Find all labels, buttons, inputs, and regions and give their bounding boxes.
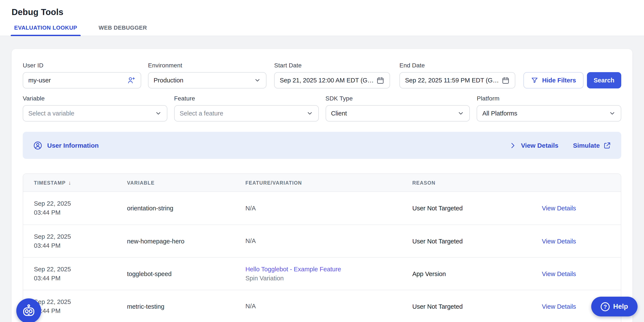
start-date-input[interactable]: Sep 21, 2025 12:00 AM EDT (GM...	[274, 72, 390, 88]
banner-left: User Information	[33, 141, 99, 150]
search-button[interactable]: Search	[587, 72, 621, 88]
table-row: Sep 22, 2025 03:44 PM metric-testing N/A…	[23, 290, 621, 322]
timestamp-time: 03:44 PM	[34, 306, 127, 315]
filter-funnel-icon	[530, 76, 538, 84]
banner-right: View Details Simulate	[509, 141, 611, 149]
sdk-type-value: Client	[331, 110, 458, 117]
tab-web-debugger[interactable]: WEB DEBUGGER	[95, 25, 150, 36]
start-date-field-group: Start Date Sep 21, 2025 12:00 AM EDT (GM…	[274, 62, 390, 88]
column-header-variable: VARIABLE	[127, 180, 246, 185]
chevron-down-icon	[609, 110, 616, 117]
timestamp-cell: Sep 22, 2025 03:44 PM	[34, 297, 127, 315]
feature-link[interactable]: Hello Togglebot - Example Feature	[246, 265, 412, 274]
user-plus-icon[interactable]	[127, 76, 136, 85]
timestamp-time: 03:44 PM	[34, 241, 127, 250]
filter-row-1: User ID Environment	[23, 62, 621, 88]
environment-field-group: Environment Production	[148, 62, 266, 88]
chevron-down-icon	[458, 110, 464, 117]
environment-value: Production	[154, 77, 254, 84]
tab-bar: EVALUATION LOOKUP WEB DEBUGGER	[11, 25, 165, 36]
table-row: Sep 22, 2025 03:44 PM orientation-string…	[23, 192, 621, 224]
sdk-type-label: SDK Type	[326, 95, 470, 102]
debug-tools-page: Debug Tools EVALUATION LOOKUP WEB DEBUGG…	[0, 0, 644, 322]
help-button[interactable]: ? Help	[591, 297, 638, 316]
variation-label: Spin Variation	[246, 274, 412, 283]
environment-label: Environment	[148, 62, 266, 69]
variable-cell: togglebot-speed	[127, 270, 246, 277]
timestamp-date: Sep 22, 2025	[34, 199, 127, 208]
chevron-down-icon	[155, 110, 162, 117]
reason-cell: User Not Targeted	[412, 205, 542, 212]
chevron-down-icon	[306, 110, 313, 117]
reason-cell: User Not Targeted	[412, 303, 542, 310]
question-circle-icon: ?	[601, 302, 610, 311]
togglebot-assistant-button[interactable]	[16, 298, 41, 322]
timestamp-cell: Sep 22, 2025 03:44 PM	[34, 265, 127, 283]
user-id-field-group: User ID	[23, 62, 141, 88]
start-date-label: Start Date	[274, 62, 390, 69]
platform-label: Platform	[477, 95, 622, 102]
reason-cell: User Not Targeted	[412, 238, 542, 244]
tab-evaluation-lookup[interactable]: EVALUATION LOOKUP	[11, 25, 81, 36]
user-id-label: User ID	[23, 62, 141, 69]
feature-cell: Hello Togglebot - Example Feature Spin V…	[246, 265, 412, 283]
variable-cell: metric-testing	[127, 303, 246, 310]
robot-icon	[21, 303, 36, 318]
sort-descending-icon: ↓	[68, 179, 72, 186]
timestamp-time: 03:44 PM	[34, 208, 127, 217]
end-date-field-group: End Date Sep 22, 2025 11:59 PM EDT (GM..…	[400, 62, 515, 88]
chevron-right-icon[interactable]	[509, 141, 516, 149]
feature-select[interactable]: Select a feature	[174, 105, 319, 122]
feature-cell: N/A	[246, 302, 412, 311]
column-header-feature-variation: FEATURE/VARIATION	[246, 180, 412, 185]
banner-view-details-link[interactable]: View Details	[521, 142, 558, 149]
table-row: Sep 22, 2025 03:44 PM togglebot-speed He…	[23, 257, 621, 290]
variable-select[interactable]: Select a variable	[23, 105, 167, 122]
feature-cell: N/A	[246, 237, 412, 246]
row-view-details-link[interactable]: View Details	[542, 270, 621, 277]
feature-placeholder: Select a feature	[180, 110, 306, 117]
column-header-reason: REASON	[412, 180, 542, 185]
external-link-icon	[603, 141, 611, 149]
timestamp-header-label: TIMESTAMP	[34, 180, 66, 185]
environment-select[interactable]: Production	[148, 72, 266, 88]
column-header-timestamp[interactable]: TIMESTAMP ↓	[34, 179, 127, 186]
hide-filters-button[interactable]: Hide Filters	[523, 72, 583, 88]
feature-cell: N/A	[246, 204, 412, 213]
timestamp-cell: Sep 22, 2025 03:44 PM	[34, 199, 127, 217]
page-header: Debug Tools EVALUATION LOOKUP WEB DEBUGG…	[0, 0, 644, 36]
user-circle-icon	[33, 141, 42, 150]
calendar-icon	[502, 76, 510, 84]
platform-value: All Platforms	[482, 110, 609, 117]
row-view-details-link[interactable]: View Details	[542, 238, 621, 244]
main-content: User ID Environment	[0, 36, 644, 322]
evaluation-lookup-card: User ID Environment	[12, 49, 632, 322]
reason-cell: App Version	[412, 270, 542, 277]
help-label: Help	[613, 303, 628, 310]
user-information-banner: User Information View Details Simulate	[23, 132, 621, 159]
timestamp-time: 03:44 PM	[34, 274, 127, 283]
calendar-icon	[376, 76, 384, 84]
timestamp-date: Sep 22, 2025	[34, 297, 127, 306]
timestamp-date: Sep 22, 2025	[34, 265, 127, 274]
variable-cell: new-homepage-hero	[127, 238, 246, 244]
evaluations-table: TIMESTAMP ↓ VARIABLE FEATURE/VARIATION R…	[23, 173, 621, 322]
user-id-input-wrap	[23, 72, 141, 88]
end-date-label: End Date	[400, 62, 515, 69]
timestamp-date: Sep 22, 2025	[34, 232, 127, 241]
feature-label: Feature	[174, 95, 319, 102]
table-row: Sep 22, 2025 03:44 PM new-homepage-hero …	[23, 224, 621, 257]
chevron-down-icon	[254, 77, 261, 84]
variable-label: Variable	[23, 95, 167, 102]
simulate-label: Simulate	[573, 142, 600, 149]
sdk-type-select[interactable]: Client	[326, 105, 470, 122]
variable-field-group: Variable Select a variable	[23, 95, 167, 122]
simulate-link[interactable]: Simulate	[573, 141, 611, 149]
variable-placeholder: Select a variable	[28, 110, 155, 117]
table-header-row: TIMESTAMP ↓ VARIABLE FEATURE/VARIATION R…	[23, 174, 621, 192]
row-view-details-link[interactable]: View Details	[542, 205, 621, 212]
banner-title: User Information	[47, 142, 99, 149]
user-id-input[interactable]	[28, 77, 127, 84]
platform-select[interactable]: All Platforms	[477, 105, 622, 122]
end-date-input[interactable]: Sep 22, 2025 11:59 PM EDT (GM...	[400, 72, 515, 88]
